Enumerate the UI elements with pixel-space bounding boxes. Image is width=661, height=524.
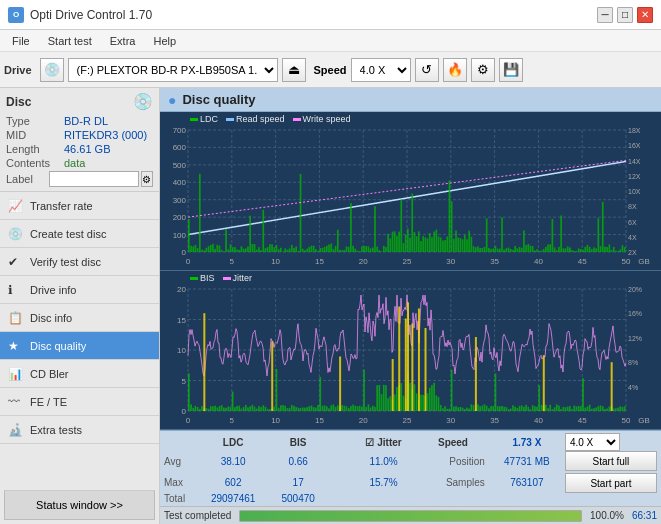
nav-transfer-rate-label: Transfer rate: [30, 200, 93, 212]
nav-drive-info[interactable]: ℹ Drive info: [0, 276, 159, 304]
avg-jitter-value: 11.0%: [350, 451, 417, 472]
avg-label: Avg: [164, 451, 196, 472]
disc-type-label: Type: [6, 115, 64, 127]
burn-button[interactable]: 🔥: [443, 58, 467, 82]
top-chart-legend: LDC Read speed Write speed: [190, 114, 350, 124]
nav-extra-tests[interactable]: 🔬 Extra tests: [0, 416, 159, 444]
disc-panel: Disc 💿 Type BD-R DL MID RITEKDR3 (000) L…: [0, 88, 159, 192]
disc-panel-icon: 💿: [133, 92, 153, 111]
disc-type-value: BD-R DL: [64, 115, 108, 127]
extra-tests-icon: 🔬: [8, 423, 24, 437]
speed-header: Speed: [417, 433, 489, 451]
disc-mid-value: RITEKDR3 (000): [64, 129, 147, 141]
max-label: Max: [164, 472, 196, 493]
samples-label: Samples: [417, 472, 489, 493]
cd-bler-icon: 📊: [8, 367, 24, 381]
verify-test-disc-icon: ✔: [8, 255, 24, 269]
max-ldc-value: 602: [196, 472, 270, 493]
menu-start-test[interactable]: Start test: [40, 33, 100, 49]
toolbar: Drive 💿 (F:) PLEXTOR BD-R PX-LB950SA 1.0…: [0, 52, 661, 88]
app-title: Opti Drive Control 1.70: [30, 8, 152, 22]
nav-create-test-disc-label: Create test disc: [30, 228, 106, 240]
top-chart-canvas: [160, 112, 661, 270]
bottom-chart-legend: BIS Jitter: [190, 273, 252, 283]
nav-cd-bler-label: CD Bler: [30, 368, 69, 380]
read-speed-legend-label: Read speed: [236, 114, 285, 124]
menu-bar: File Start test Extra Help: [0, 30, 661, 52]
disc-label-label: Label: [6, 173, 49, 185]
disc-label-button[interactable]: ⚙: [141, 171, 153, 187]
nav-transfer-rate[interactable]: 📈 Transfer rate: [0, 192, 159, 220]
nav-fe-te[interactable]: 〰 FE / TE: [0, 388, 159, 416]
start-part-button[interactable]: Start part: [565, 473, 657, 493]
app-icon: O: [8, 7, 24, 23]
save-button[interactable]: 💾: [499, 58, 523, 82]
stats-bar: LDC BIS ☑ Jitter Speed 1.73 X 4.0 X: [160, 430, 661, 506]
jitter-legend-label: Jitter: [233, 273, 253, 283]
stats-table: LDC BIS ☑ Jitter Speed 1.73 X 4.0 X: [164, 433, 657, 504]
position-value: 47731 MB: [489, 451, 565, 472]
drive-select[interactable]: (F:) PLEXTOR BD-R PX-LB950SA 1.06: [68, 58, 278, 82]
ldc-legend-label: LDC: [200, 114, 218, 124]
menu-extra[interactable]: Extra: [102, 33, 144, 49]
minimize-button[interactable]: ─: [597, 7, 613, 23]
avg-bis-value: 0.66: [270, 451, 326, 472]
sidebar: Disc 💿 Type BD-R DL MID RITEKDR3 (000) L…: [0, 88, 160, 524]
chart-header: ● Disc quality: [160, 88, 661, 112]
samples-value: 763107: [489, 472, 565, 493]
settings-button[interactable]: ⚙: [471, 58, 495, 82]
nav-disc-info-label: Disc info: [30, 312, 72, 324]
disc-info-icon: 📋: [8, 311, 24, 325]
avg-ldc-value: 38.10: [196, 451, 270, 472]
disc-contents-label: Contents: [6, 157, 64, 169]
disc-quality-icon: ★: [8, 339, 24, 353]
speed-current-value: 1.73 X: [489, 433, 565, 451]
fe-te-icon: 〰: [8, 395, 24, 409]
maximize-button[interactable]: □: [617, 7, 633, 23]
chart-title: Disc quality: [182, 92, 255, 107]
nav-fe-te-label: FE / TE: [30, 396, 67, 408]
nav-disc-quality[interactable]: ★ Disc quality: [0, 332, 159, 360]
eject-button[interactable]: ⏏: [282, 58, 306, 82]
progress-track: [239, 510, 582, 522]
close-button[interactable]: ✕: [637, 7, 653, 23]
main-layout: Disc 💿 Type BD-R DL MID RITEKDR3 (000) L…: [0, 88, 661, 524]
window-controls: ─ □ ✕: [597, 7, 653, 23]
drive-icon-btn[interactable]: 💿: [40, 58, 64, 82]
charts-area: LDC Read speed Write speed: [160, 112, 661, 430]
disc-label-input[interactable]: [49, 171, 139, 187]
nav-cd-bler[interactable]: 📊 CD Bler: [0, 360, 159, 388]
nav-verify-test-disc[interactable]: ✔ Verify test disc: [0, 248, 159, 276]
refresh-button[interactable]: ↺: [415, 58, 439, 82]
speed-select-stats[interactable]: 4.0 X: [565, 433, 620, 451]
write-speed-legend-label: Write speed: [303, 114, 351, 124]
bis-legend-label: BIS: [200, 273, 215, 283]
bis-header: BIS: [270, 433, 326, 451]
progress-percent: 100.0%: [590, 510, 624, 521]
ldc-header: LDC: [196, 433, 270, 451]
menu-file[interactable]: File: [4, 33, 38, 49]
nav-disc-info[interactable]: 📋 Disc info: [0, 304, 159, 332]
title-bar: O Opti Drive Control 1.70 ─ □ ✕: [0, 0, 661, 30]
jitter-check-label: ☑ Jitter: [350, 433, 417, 451]
progress-fill: [240, 511, 581, 521]
start-full-button[interactable]: Start full: [565, 451, 657, 471]
progress-bar-container: Test completed 100.0% 66:31: [160, 506, 661, 524]
max-jitter-value: 15.7%: [350, 472, 417, 493]
create-test-disc-icon: 💿: [8, 227, 24, 241]
status-text: Test completed: [164, 510, 231, 521]
status-window-button[interactable]: Status window >>: [4, 490, 155, 520]
menu-help[interactable]: Help: [145, 33, 184, 49]
disc-length-value: 46.61 GB: [64, 143, 110, 155]
disc-panel-title: Disc: [6, 95, 31, 109]
bottom-chart: BIS Jitter: [160, 271, 661, 430]
speed-select-toolbar[interactable]: 4.0 X: [351, 58, 411, 82]
top-chart: LDC Read speed Write speed: [160, 112, 661, 271]
bottom-chart-canvas: [160, 271, 661, 429]
max-bis-value: 17: [270, 472, 326, 493]
total-label: Total: [164, 493, 196, 504]
nav-verify-test-disc-label: Verify test disc: [30, 256, 101, 268]
nav-create-test-disc[interactable]: 💿 Create test disc: [0, 220, 159, 248]
nav-items: 📈 Transfer rate 💿 Create test disc ✔ Ver…: [0, 192, 159, 486]
total-bis-value: 500470: [270, 493, 326, 504]
